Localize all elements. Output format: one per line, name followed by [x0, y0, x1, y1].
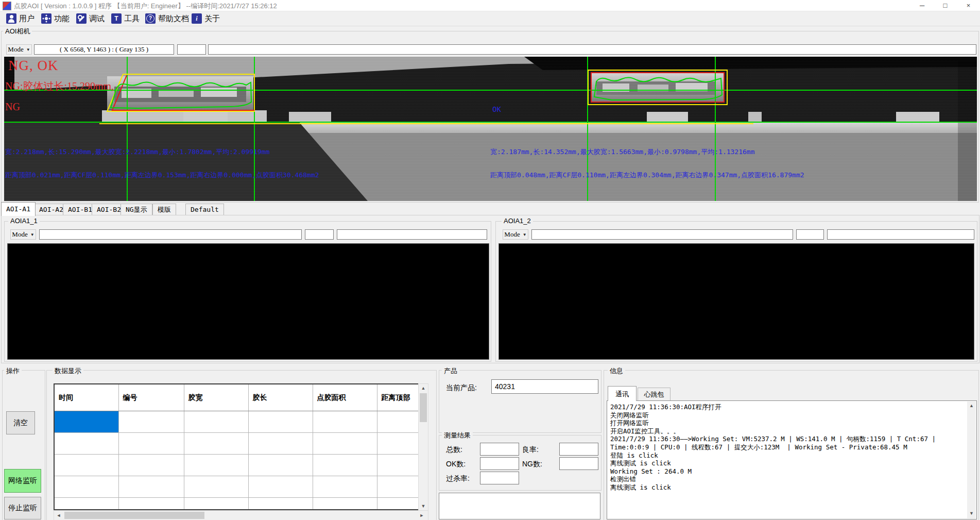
- table-row: [55, 476, 427, 498]
- hscroll-thumb[interactable]: [64, 512, 204, 519]
- table-row: [55, 455, 427, 476]
- scroll-down-icon[interactable]: ▼: [419, 504, 428, 509]
- log-vscrollbar[interactable]: ▲ ▼: [967, 401, 976, 518]
- image-bright-strip: [298, 122, 977, 133]
- total-input[interactable]: [480, 443, 519, 456]
- right-measure-line1: 宽:2.187mm,长:14.352mm,最大胶宽:1.5663mm,最小:0.…: [490, 147, 755, 157]
- product-group-label: 产品: [442, 366, 459, 376]
- scroll-up-icon[interactable]: ▲: [967, 403, 976, 408]
- comm-log-panel[interactable]: 2021/7/29 11:36:30:AOI程序打开 关闭网络监听 打开网络监听…: [607, 400, 977, 519]
- log-line: Working Set : 264.0 M: [610, 467, 965, 476]
- tab-comm[interactable]: 通讯: [608, 386, 637, 401]
- info-group-label: 信息: [608, 366, 625, 376]
- minimize-button[interactable]: ─: [910, 0, 934, 11]
- log-line: 关闭网络监听: [610, 411, 965, 420]
- table-row: [55, 411, 427, 433]
- clear-button[interactable]: 清空: [6, 411, 35, 434]
- product-note-panel: [439, 493, 600, 519]
- table-row: [55, 433, 427, 455]
- col-id[interactable]: 编号: [118, 384, 184, 411]
- menu-function[interactable]: 功能: [39, 12, 72, 25]
- tab-ng-display[interactable]: NG显示: [121, 204, 152, 215]
- current-product-label: 当前产品:: [446, 383, 477, 393]
- yield-input[interactable]: [559, 443, 598, 456]
- log-line: Time:0:0:9 | CPU:0 | 线程数:67 | 提交大小:123M …: [610, 443, 965, 451]
- menu-tools[interactable]: T 工具: [109, 12, 142, 25]
- tab-default[interactable]: Default: [185, 204, 224, 215]
- col-time[interactable]: 时间: [55, 384, 118, 411]
- operations-group-label: 操作: [4, 366, 22, 376]
- menu-about[interactable]: i 关于: [190, 12, 222, 25]
- aoi-panel2-field-1[interactable]: [531, 229, 793, 240]
- tools-icon: T: [111, 13, 122, 24]
- ng-count-label: NG数:: [522, 460, 542, 469]
- data-table-group-label: 数据显示: [53, 366, 83, 376]
- close-button[interactable]: ×: [957, 0, 980, 11]
- selected-cell[interactable]: [55, 411, 118, 433]
- vscroll-thumb[interactable]: [420, 393, 427, 422]
- menu-help[interactable]: ? 帮助文档: [143, 12, 191, 25]
- table-row: [55, 498, 427, 511]
- scroll-right-icon[interactable]: ►: [419, 513, 425, 518]
- aoi-panel2-mode-dropdown[interactable]: Mode▼: [503, 229, 528, 240]
- aoi-panel1-field-2[interactable]: [305, 229, 334, 240]
- image-bright-strip-left: [102, 110, 267, 122]
- log-line: 打开网络监听: [610, 419, 965, 427]
- aoi-panel2-field-2[interactable]: [796, 229, 824, 240]
- chevron-down-icon: ▼: [26, 47, 30, 52]
- ng-count-input[interactable]: [559, 457, 598, 470]
- scroll-down-icon[interactable]: ▼: [967, 511, 976, 516]
- aoi-panel2-label: AOIA1_2: [502, 217, 533, 225]
- log-line: 2021/7/29 11:36:30——>Working Set: VM:523…: [610, 435, 965, 443]
- menu-user[interactable]: 用户: [4, 12, 37, 25]
- overkill-input[interactable]: [480, 472, 519, 484]
- col-glue-area[interactable]: 点胶面积: [313, 384, 377, 411]
- data-table: 时间 编号 胶宽 胶长 点胶面积 距离顶部: [54, 383, 427, 510]
- scroll-left-icon[interactable]: ◄: [56, 513, 62, 518]
- overkill-label: 过杀率:: [446, 474, 470, 483]
- log-line: 离线测试 is click: [610, 459, 965, 467]
- aoi-panel1-field-3[interactable]: [337, 229, 487, 240]
- gear-icon: [41, 13, 51, 24]
- maximize-button[interactable]: □: [934, 0, 957, 11]
- image-bottomleft-wedge: [4, 122, 375, 201]
- log-line: 检测出错: [610, 475, 965, 483]
- aoi-panel2-field-3[interactable]: [827, 229, 974, 240]
- camera-field-3[interactable]: [208, 44, 976, 55]
- log-line: 离线测试 is click: [610, 483, 965, 492]
- current-product-input[interactable]: 40231: [491, 379, 598, 394]
- aoi-panel2-image[interactable]: [498, 243, 974, 360]
- right-measure-line2: 距离顶部0.048mm,距离CF层0.110mm,距离左边界0.304mm,距离…: [490, 171, 804, 180]
- table-vscrollbar[interactable]: ▲ ▼: [418, 383, 428, 511]
- wrench-icon: [76, 13, 87, 24]
- user-icon: [6, 13, 16, 24]
- camera-coordinate-readout[interactable]: ( X 6568, Y 1463 ) : ( Gray 135 ): [34, 44, 174, 55]
- tab-heartbeat[interactable]: 心跳包: [638, 388, 670, 401]
- ok-count-input[interactable]: [480, 457, 519, 470]
- stop-listen-button[interactable]: 停止监听: [4, 497, 41, 519]
- tab-aoi-a1[interactable]: AOI-A1: [1, 202, 36, 216]
- tab-template[interactable]: 模版: [152, 204, 176, 215]
- col-glue-width[interactable]: 胶宽: [184, 384, 248, 411]
- aoi-panel1-field-1[interactable]: [39, 229, 302, 240]
- app-window: 点胶AOI [ Version : 1.0.0.9 ] 程序 【当前用户: En…: [0, 0, 980, 520]
- left-measure-line1: 宽:2.218mm,长:15.290mm,最大胶宽:2.2218mm,最小:1.…: [5, 147, 270, 157]
- col-glue-length[interactable]: 胶长: [248, 384, 313, 411]
- ng-reason-text: NG:胶体过长:15.290mm,: [5, 79, 114, 93]
- result-status-text: NG, OK: [8, 58, 59, 74]
- left-measure-line2: 距离顶部0.021mm,距离CF层0.110mm,距离左边界0.153mm,距离…: [5, 171, 319, 180]
- log-line: 2021/7/29 11:36:30:AOI程序打开: [610, 403, 965, 411]
- aoi-panel1-image[interactable]: [7, 243, 489, 360]
- camera-mode-dropdown[interactable]: Mode▼: [6, 44, 32, 55]
- camera-image-viewport[interactable]: NG, OK NG:胶体过长:15.290mm, NG OK 宽:2.218mm…: [4, 57, 977, 201]
- table-hscrollbar[interactable]: ◄ ►: [54, 510, 428, 520]
- camera-field-2[interactable]: [177, 44, 206, 55]
- results-group-label: 测量结果: [442, 431, 473, 440]
- scroll-up-icon[interactable]: ▲: [419, 385, 428, 391]
- aoi-panel1-mode-dropdown[interactable]: Mode▼: [10, 229, 36, 240]
- log-line: 登陆 is click: [610, 451, 965, 460]
- aoi-panel1-label: AOIA1_1: [8, 217, 40, 225]
- network-listen-button[interactable]: 网络监听: [4, 469, 41, 493]
- menu-debug[interactable]: 调试: [74, 12, 107, 25]
- log-line: 开启AOI监控工具。。。: [610, 427, 965, 435]
